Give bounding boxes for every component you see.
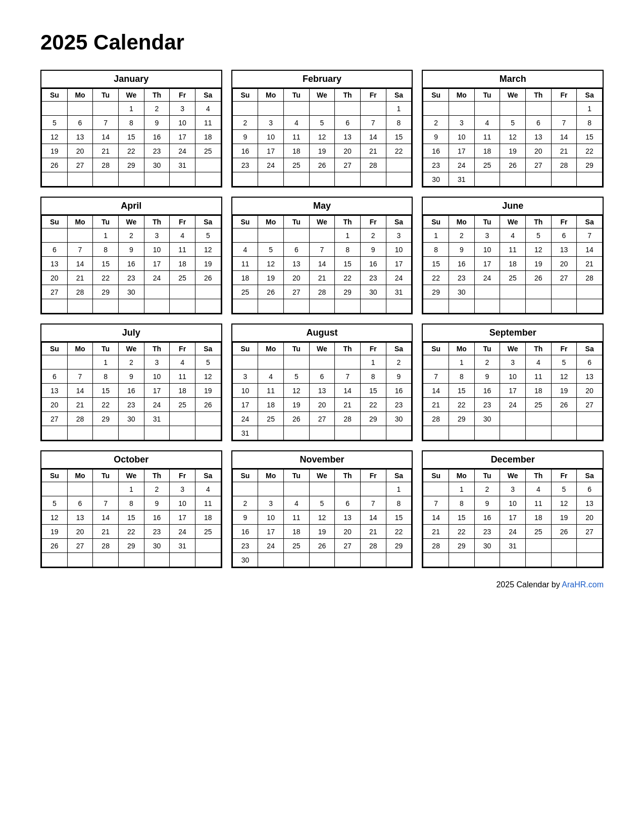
day-cell [577, 285, 603, 299]
month-november: NovemberSuMoTuWeThFrSa123456789101112131… [231, 450, 413, 568]
day-cell: 22 [93, 398, 119, 412]
day-header-su: Su [232, 343, 258, 355]
day-cell [474, 553, 500, 567]
day-cell: 27 [67, 158, 93, 172]
day-cell: 5 [551, 482, 577, 496]
week-row: 18192021222324 [232, 271, 412, 285]
day-cell: 9 [360, 243, 386, 257]
day-cell [93, 299, 119, 313]
day-cell: 12 [195, 243, 221, 257]
day-cell: 25 [258, 412, 284, 426]
day-cell [67, 355, 93, 369]
day-cell: 15 [118, 511, 144, 525]
day-header-tu: Tu [283, 216, 309, 228]
day-cell: 25 [283, 539, 309, 553]
day-header-sa: Sa [386, 89, 412, 102]
day-cell: 4 [170, 228, 195, 243]
week-row: 13141516171819 [42, 384, 221, 398]
day-cell: 12 [195, 369, 221, 384]
day-cell [232, 172, 258, 187]
day-cell [335, 102, 361, 116]
week-row: 2345678 [423, 116, 603, 130]
day-cell: 8 [386, 116, 412, 130]
day-cell: 19 [551, 511, 577, 525]
day-cell [144, 172, 170, 187]
day-cell: 1 [93, 355, 119, 369]
month-june: JuneSuMoTuWeThFrSa1234567891011121314151… [422, 197, 604, 314]
day-cell: 26 [551, 525, 577, 539]
day-cell: 24 [170, 144, 195, 158]
day-header-th: Th [335, 216, 361, 228]
day-cell [577, 426, 603, 440]
calendar-grid: JanuarySuMoTuWeThFrSa1234567891011121314… [40, 70, 604, 568]
day-cell: 26 [195, 398, 221, 412]
day-header-su: Su [232, 470, 258, 482]
day-header-mo: Mo [449, 343, 474, 355]
day-cell: 29 [386, 539, 412, 553]
month-table-november: SuMoTuWeThFrSa12345678910111213141516171… [232, 469, 412, 567]
day-cell: 4 [283, 116, 309, 130]
day-cell: 15 [449, 511, 474, 525]
month-title-may: May [232, 198, 412, 215]
day-cell: 8 [93, 369, 119, 384]
week-row: 16171819202122 [232, 144, 412, 158]
day-cell [423, 553, 449, 567]
week-row [423, 553, 603, 567]
day-cell: 10 [500, 496, 526, 511]
footer-link[interactable]: AraHR.com [562, 580, 604, 589]
day-cell: 27 [309, 412, 335, 426]
week-row: 2345678 [232, 496, 412, 511]
day-cell: 5 [500, 116, 526, 130]
day-cell: 22 [93, 271, 119, 285]
day-cell: 4 [232, 243, 258, 257]
day-cell: 18 [232, 271, 258, 285]
day-cell: 10 [170, 496, 195, 511]
day-cell: 8 [449, 369, 474, 384]
day-cell [170, 412, 195, 426]
day-cell [474, 172, 500, 187]
week-row: 3031 [423, 172, 603, 187]
day-cell: 29 [335, 285, 361, 299]
day-cell: 26 [258, 285, 284, 299]
day-cell: 3 [232, 369, 258, 384]
day-cell [258, 228, 284, 243]
day-cell [309, 553, 335, 567]
page-title: 2025 Calendar [40, 30, 604, 55]
day-cell: 8 [335, 243, 361, 257]
day-cell: 8 [449, 496, 474, 511]
day-cell: 29 [93, 412, 119, 426]
day-cell [309, 426, 335, 440]
day-cell: 17 [449, 144, 474, 158]
day-cell [525, 102, 551, 116]
day-cell [144, 285, 170, 299]
day-cell: 13 [551, 243, 577, 257]
day-cell: 28 [93, 158, 119, 172]
month-october: OctoberSuMoTuWeThFrSa1234567891011121314… [40, 450, 222, 568]
week-row: 3456789 [232, 369, 412, 384]
day-cell: 26 [500, 158, 526, 172]
day-cell: 13 [67, 130, 93, 144]
day-cell: 15 [423, 257, 449, 271]
day-cell: 31 [449, 172, 474, 187]
day-cell: 16 [232, 144, 258, 158]
week-row: 28293031 [423, 539, 603, 553]
day-cell: 16 [360, 257, 386, 271]
day-cell: 30 [144, 539, 170, 553]
day-cell: 10 [170, 116, 195, 130]
day-cell: 5 [309, 116, 335, 130]
day-cell: 6 [551, 228, 577, 243]
day-cell: 12 [551, 496, 577, 511]
day-cell: 18 [258, 398, 284, 412]
day-cell: 25 [283, 158, 309, 172]
day-cell: 2 [360, 228, 386, 243]
day-cell: 6 [525, 116, 551, 130]
day-cell: 9 [232, 511, 258, 525]
day-cell: 16 [144, 130, 170, 144]
day-cell: 1 [118, 102, 144, 116]
week-row: 27282930 [42, 285, 221, 299]
week-row: 22232425262728 [423, 271, 603, 285]
week-row: 13141516171819 [42, 257, 221, 271]
day-cell: 16 [474, 384, 500, 398]
day-cell [195, 299, 221, 313]
day-cell: 10 [474, 243, 500, 257]
